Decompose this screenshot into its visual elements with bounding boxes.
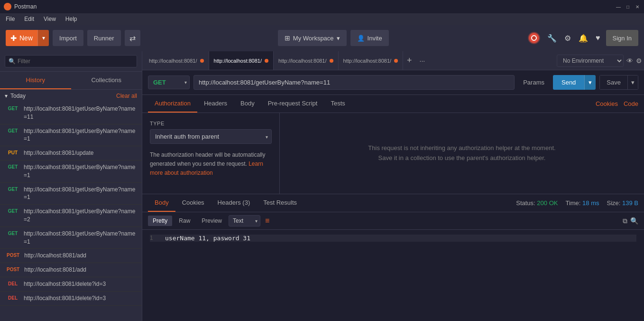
cookies-link[interactable]: Cookies	[596, 95, 618, 112]
tab-dot-4	[394, 59, 398, 63]
method-badge: GET	[5, 105, 21, 112]
save-button[interactable]: Save	[599, 75, 628, 90]
history-item[interactable]: DEL http://localhost:8081/delete?id=3	[0, 292, 142, 306]
menu-bar: File Edit View Help	[0, 13, 644, 25]
tools-icon[interactable]: ⚙	[562, 32, 573, 45]
tab-collections[interactable]: Collections	[71, 72, 142, 89]
method-badge: DEL	[5, 281, 21, 287]
method-badge: GET	[5, 164, 21, 170]
settings-icon[interactable]: 🔧	[545, 32, 559, 45]
env-eye-button[interactable]: 👁	[626, 57, 633, 65]
environment-select[interactable]: No Environment	[557, 55, 624, 67]
content-type-select[interactable]: Text JSON HTML XML	[229, 215, 260, 227]
save-dropdown-button[interactable]: ▾	[628, 75, 638, 90]
menu-edit[interactable]: Edit	[22, 15, 36, 23]
history-item[interactable]: GET http://localhost:8081/getUserByName?…	[0, 102, 142, 124]
response-tabs-row: Body Cookies Headers (3) Test Results St…	[142, 194, 644, 212]
history-item[interactable]: GET http://localhost:8081/getUserByName?…	[0, 124, 142, 147]
history-item[interactable]: PUT http://localhost:8081/update	[0, 146, 142, 160]
resp-tab-body[interactable]: Body	[148, 194, 175, 212]
history-url: http://localhost:8081/getUserByName?name…	[24, 127, 137, 143]
tab-url-4: http://localhost:8081/	[343, 58, 392, 64]
size-value: 139 B	[622, 199, 638, 207]
format-raw-button[interactable]: Raw	[174, 216, 195, 226]
new-plus-icon: ✚	[10, 34, 17, 43]
auth-type-select[interactable]: Inherit auth from parent No Auth Bearer …	[150, 129, 272, 144]
history-list: GET http://localhost:8081/getUserByName?…	[0, 102, 142, 321]
invite-button[interactable]: 👤 Invite	[350, 30, 389, 46]
params-button[interactable]: Params	[518, 76, 549, 89]
history-item[interactable]: POST http://localhost:8081/add	[0, 263, 142, 277]
history-item[interactable]: DEL http://localhost:8081/delete?id=3	[0, 277, 142, 292]
history-item[interactable]: GET http://localhost:8081/getUserByName?…	[0, 160, 142, 183]
send-dropdown-button[interactable]: ▾	[584, 75, 596, 90]
response-body-controls: Pretty Raw Preview Text JSON HTML XML ▾ …	[142, 212, 644, 230]
history-item[interactable]: GET http://localhost:8081/getUserByName?…	[0, 205, 142, 227]
format-preview-button[interactable]: Preview	[197, 216, 227, 226]
menu-help[interactable]: Help	[64, 15, 79, 23]
wrap-lines-button[interactable]: ≡	[262, 216, 272, 226]
menu-view[interactable]: View	[42, 15, 58, 23]
sidebar-header: ▾ Today Clear all	[0, 90, 142, 102]
request-tab-1[interactable]: http://localhost:8081/	[144, 51, 209, 70]
runner-button[interactable]: Runner	[87, 30, 121, 46]
notifications-icon[interactable]: 🔔	[577, 32, 590, 45]
clear-all-button[interactable]: Clear all	[116, 93, 137, 99]
size-label: Size: 139 B	[607, 199, 638, 207]
resp-tab-test-results[interactable]: Test Results	[257, 194, 304, 212]
time-value: 18 ms	[582, 199, 599, 207]
new-button-main[interactable]: ✚ New	[6, 30, 37, 46]
copy-button[interactable]: ⧉	[623, 217, 627, 225]
history-url: http://localhost:8081/delete?id=3	[24, 294, 106, 302]
invite-icon: 👤	[357, 35, 365, 42]
search-response-button[interactable]: 🔍	[630, 217, 638, 225]
request-tabs-row: http://localhost:8081/ http://localhost:…	[142, 51, 644, 70]
url-input[interactable]	[193, 75, 515, 90]
request-tab-4[interactable]: http://localhost:8081/	[339, 51, 404, 70]
maximize-button[interactable]: □	[625, 4, 631, 9]
method-select[interactable]: GET POST PUT DELETE PATCH	[148, 76, 190, 89]
heart-icon[interactable]: ♥	[594, 32, 602, 44]
auth-description: The authorization header will be automat…	[150, 151, 272, 178]
method-badge: GET	[5, 128, 21, 134]
auth-message: This request is not inheriting any autho…	[362, 143, 561, 163]
history-item[interactable]: GET http://localhost:8081/getUserByName?…	[0, 227, 142, 249]
method-badge: GET	[5, 230, 21, 236]
sub-tab-headers[interactable]: Headers	[197, 95, 234, 113]
sub-tab-body[interactable]: Body	[234, 95, 261, 113]
resp-tab-headers[interactable]: Headers (3)	[211, 194, 257, 212]
workspace-button[interactable]: ⊞ My Workspace ▾	[278, 30, 347, 46]
format-pretty-button[interactable]: Pretty	[148, 216, 172, 226]
request-tab-2[interactable]: http://localhost:8081/	[209, 51, 274, 70]
more-tabs-button[interactable]: ···	[416, 57, 429, 65]
history-item[interactable]: POST http://localhost:8081/add	[0, 249, 142, 263]
history-url: http://localhost:8081/update	[24, 149, 93, 157]
send-button[interactable]: Send	[553, 75, 584, 90]
custom-button[interactable]: ⇄	[125, 30, 140, 46]
toolbar: ✚ New ▾ Import Runner ⇄ ⊞ My Workspace ▾…	[0, 25, 644, 51]
history-url: http://localhost:8081/getUserByName?name…	[24, 105, 137, 121]
env-gear-button[interactable]: ⚙	[636, 57, 642, 65]
minimize-button[interactable]: —	[616, 4, 621, 9]
new-dropdown-arrow[interactable]: ▾	[37, 30, 49, 46]
import-button[interactable]: Import	[53, 30, 83, 46]
close-button[interactable]: ✕	[635, 4, 640, 9]
menu-file[interactable]: File	[4, 15, 17, 23]
auth-panel: TYPE Inherit auth from parent No Auth Be…	[142, 113, 644, 194]
history-url: http://localhost:8081/getUserByName?name…	[24, 230, 137, 246]
request-area: http://localhost:8081/ http://localhost:…	[142, 51, 644, 321]
sign-in-button[interactable]: Sign In	[606, 30, 638, 46]
new-tab-button[interactable]: +	[403, 56, 416, 66]
history-url: http://localhost:8081/add	[24, 266, 86, 274]
sub-tab-pre-request[interactable]: Pre-request Script	[261, 95, 324, 113]
today-section[interactable]: ▾ Today	[5, 93, 26, 99]
sub-tab-tests[interactable]: Tests	[324, 95, 351, 113]
sub-tab-authorization[interactable]: Authorization	[148, 95, 197, 113]
method-badge: DEL	[5, 295, 21, 301]
history-item[interactable]: GET http://localhost:8081/getUserByName?…	[0, 183, 142, 205]
resp-tab-cookies[interactable]: Cookies	[175, 194, 211, 212]
tab-history[interactable]: History	[0, 72, 71, 89]
request-tab-3[interactable]: http://localhost:8081/	[274, 51, 339, 70]
filter-input[interactable]	[5, 55, 137, 67]
code-link[interactable]: Code	[624, 95, 638, 112]
